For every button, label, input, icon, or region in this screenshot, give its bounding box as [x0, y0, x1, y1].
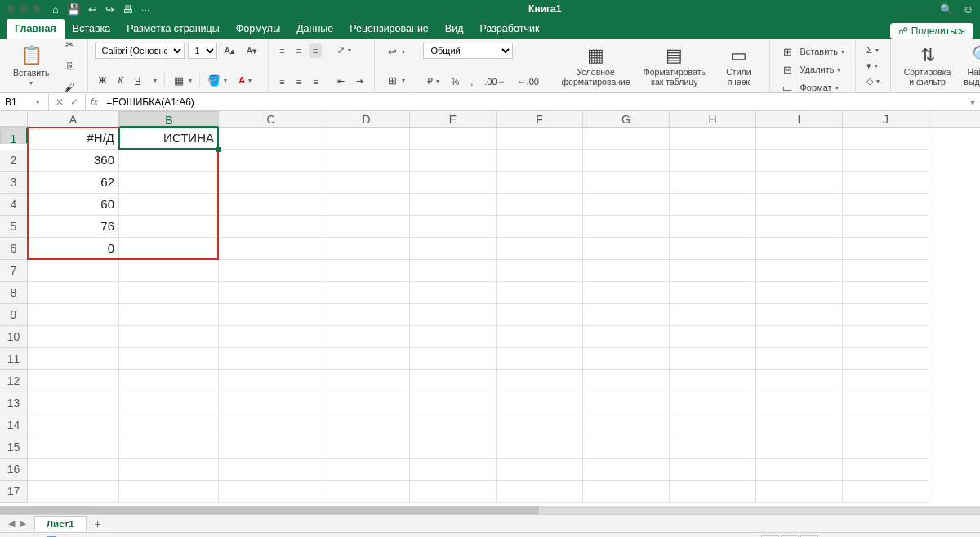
cell[interactable]	[219, 481, 323, 503]
wrap-text-button[interactable]: ↩	[381, 43, 409, 60]
cell[interactable]	[756, 392, 843, 414]
cell[interactable]	[28, 370, 119, 392]
share-button[interactable]: ☍ Поделиться	[890, 23, 973, 39]
cell[interactable]	[670, 414, 756, 436]
cell[interactable]: 62	[28, 172, 119, 194]
cell[interactable]	[670, 304, 756, 326]
cancel-formula-icon[interactable]: ✕	[56, 96, 64, 108]
cell[interactable]	[28, 260, 119, 282]
cell[interactable]	[497, 150, 583, 172]
merge-button[interactable]: ⊞	[381, 71, 409, 89]
cell[interactable]	[756, 459, 843, 481]
row-header[interactable]: 17	[0, 481, 28, 503]
row-header[interactable]: 8	[0, 282, 28, 304]
more-icon[interactable]: ···	[141, 3, 150, 16]
cell[interactable]	[670, 370, 756, 392]
row-header[interactable]: 5	[0, 216, 28, 238]
cell[interactable]	[28, 436, 119, 459]
cell[interactable]	[410, 414, 497, 436]
cell[interactable]	[323, 172, 410, 194]
decrease-font-button[interactable]: A▾	[243, 43, 261, 59]
cell[interactable]	[583, 326, 670, 348]
cell[interactable]	[497, 216, 583, 238]
name-box-input[interactable]	[5, 96, 36, 108]
select-all-corner[interactable]	[0, 111, 28, 127]
cell[interactable]	[219, 414, 323, 436]
cell[interactable]	[323, 216, 410, 238]
cell[interactable]	[843, 172, 929, 194]
cell[interactable]	[843, 128, 929, 150]
conditional-formatting-button[interactable]: ▦ Условное форматирование	[557, 43, 635, 90]
cell[interactable]	[843, 459, 929, 481]
cell[interactable]: ИСТИНА	[119, 128, 219, 150]
cell[interactable]	[843, 392, 929, 414]
row-header[interactable]: 14	[0, 414, 28, 436]
cell[interactable]	[583, 172, 670, 194]
cell[interactable]	[28, 392, 119, 414]
cell[interactable]	[670, 392, 756, 414]
cell[interactable]	[670, 481, 756, 503]
column-header[interactable]: J	[843, 111, 929, 127]
font-color-button[interactable]: A	[234, 73, 256, 87]
column-header[interactable]: F	[497, 111, 583, 127]
borders-button[interactable]: ▦	[168, 71, 196, 89]
cell[interactable]	[843, 326, 929, 348]
cell[interactable]	[119, 260, 219, 282]
fill-button[interactable]: ▾	[862, 58, 882, 74]
cell[interactable]	[756, 128, 843, 150]
row-header[interactable]: 2	[0, 150, 28, 172]
cell[interactable]	[497, 370, 583, 392]
row-header[interactable]: 15	[0, 436, 28, 459]
cell[interactable]	[219, 326, 323, 348]
cell[interactable]	[756, 414, 843, 436]
cell[interactable]	[756, 304, 843, 326]
cell[interactable]	[119, 348, 219, 370]
cell[interactable]	[583, 348, 670, 370]
spreadsheet-grid[interactable]: ABCDEFGHIJ 1#Н/ДИСТИНА236036246057660789…	[0, 111, 980, 506]
cell[interactable]	[323, 348, 410, 370]
cell[interactable]	[410, 260, 497, 282]
cell[interactable]	[583, 370, 670, 392]
cell[interactable]	[410, 392, 497, 414]
cell[interactable]	[219, 459, 323, 481]
cell[interactable]	[323, 370, 410, 392]
cell[interactable]	[497, 172, 583, 194]
cell[interactable]	[323, 128, 410, 150]
cell[interactable]	[410, 436, 497, 459]
cell[interactable]	[756, 348, 843, 370]
cell[interactable]	[219, 282, 323, 304]
cell[interactable]	[28, 414, 119, 436]
cell[interactable]	[219, 172, 323, 194]
italic-button[interactable]: К	[114, 73, 127, 87]
cell[interactable]	[119, 304, 219, 326]
ribbon-tab[interactable]: Формулы	[228, 19, 288, 39]
cell[interactable]	[756, 150, 843, 172]
cell[interactable]	[670, 128, 756, 150]
cell[interactable]	[119, 414, 219, 436]
cell[interactable]	[583, 459, 670, 481]
cell[interactable]	[583, 392, 670, 414]
cell[interactable]	[670, 459, 756, 481]
cell[interactable]	[28, 282, 119, 304]
cell[interactable]	[323, 481, 410, 503]
cell[interactable]	[323, 436, 410, 459]
cell[interactable]	[843, 150, 929, 172]
row-header[interactable]: 7	[0, 260, 28, 282]
minimize-icon[interactable]	[20, 5, 28, 13]
cell[interactable]	[756, 194, 843, 216]
cell[interactable]	[497, 414, 583, 436]
cell[interactable]	[219, 304, 323, 326]
cell[interactable]	[410, 282, 497, 304]
cell[interactable]	[497, 459, 583, 481]
cell[interactable]	[410, 150, 497, 172]
cell[interactable]	[323, 150, 410, 172]
cell[interactable]	[219, 194, 323, 216]
cell[interactable]	[843, 414, 929, 436]
close-icon[interactable]	[7, 5, 15, 13]
cell[interactable]	[219, 348, 323, 370]
align-middle-button[interactable]: ≡	[292, 43, 305, 58]
cell[interactable]	[323, 459, 410, 481]
cut-button[interactable]: ✂	[60, 36, 81, 54]
cell[interactable]	[28, 459, 119, 481]
column-header[interactable]: E	[410, 111, 497, 127]
